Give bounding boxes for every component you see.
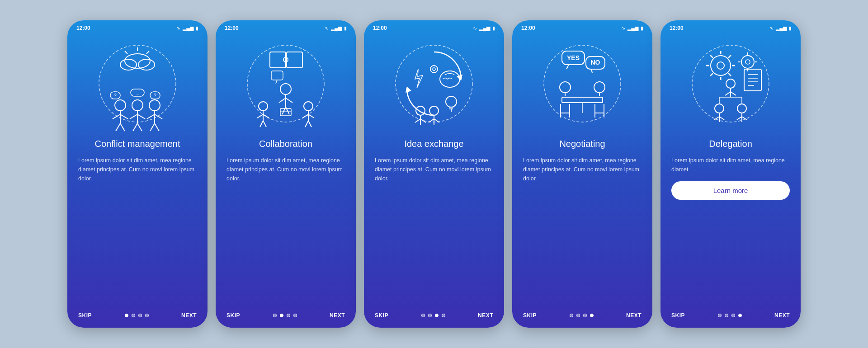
screen-desc-3: Lorem ipsum dolor sit dim amet, mea regi… [375,156,493,183]
screen-idea-exchange: 12:00 ∿ ▂▄▆ ▮ [364,20,504,328]
skip-btn-5[interactable]: SKIP [671,312,685,319]
skip-btn-1[interactable]: SKIP [78,312,92,319]
svg-rect-112 [744,69,761,91]
dots-2 [273,314,297,317]
svg-point-107 [745,60,750,64]
dot-1-2 [138,314,142,317]
dot-4-0 [570,314,573,317]
screen-delegation: 12:00 ∿ ▂▄▆ ▮ [660,20,801,328]
svg-line-55 [305,121,308,127]
svg-line-23 [150,123,155,131]
screen-title-5: Delegation [671,138,790,150]
svg-marker-60 [415,69,423,88]
svg-line-6 [125,51,127,54]
status-time-3: 12:00 [373,25,387,31]
screen-title-2: Collaboration [226,138,345,150]
svg-point-68 [416,106,425,115]
wifi-icon-5: ∿ [769,25,774,31]
skip-btn-4[interactable]: SKIP [523,312,537,319]
svg-line-39 [279,98,286,103]
dot-1-3 [145,314,149,317]
signal-icon-2: ▂▄▆ [331,25,342,31]
dot-5-0 [718,314,722,317]
skip-btn-2[interactable]: SKIP [226,312,240,319]
screen-negotiating: 12:00 ∿ ▂▄▆ ▮ YES NO [512,20,652,328]
svg-line-5 [146,51,149,54]
svg-line-18 [137,123,142,131]
svg-point-19 [149,100,160,111]
dot-3-2 [435,314,439,317]
screen-content-4: Negotiating Lorem ipsum dolor sit dim am… [512,138,652,306]
screen-desc-5: Lorem ipsum dolor sit dim amet, mea regi… [671,156,790,174]
screen-desc-1: Lorem ipsum dolor sit dim amet, mea regi… [78,156,197,183]
dots-3 [421,314,445,317]
next-btn-4[interactable]: NEXT [626,312,642,319]
screen-content-2: Collaboration Lorem ipsum dolor sit dim … [216,138,356,306]
dot-5-2 [731,314,735,317]
svg-line-12 [120,123,125,131]
dots-5 [718,314,742,317]
signal-icon: ▂▄▆ [183,25,193,31]
dot-5-1 [725,314,728,317]
status-bar-2: 12:00 ∿ ▂▄▆ ▮ [216,20,356,34]
svg-point-37 [280,84,291,94]
svg-text:?: ? [114,93,117,98]
dot-2-3 [293,314,297,317]
svg-point-51 [304,102,313,111]
svg-line-15 [130,114,137,119]
battery-icon-4: ▮ [641,25,643,31]
battery-icon: ▮ [196,25,198,31]
dot-1-0 [125,314,128,317]
dot-4-1 [576,314,580,317]
status-time-2: 12:00 [225,25,239,31]
dot-4-2 [583,314,587,317]
svg-point-66 [430,66,438,73]
next-btn-2[interactable]: NEXT [330,312,345,319]
status-bar-4: 12:00 ∿ ▂▄▆ ▮ [512,20,652,34]
signal-icon-3: ▂▄▆ [479,25,490,31]
dot-3-1 [428,314,432,317]
skip-btn-3[interactable]: SKIP [375,312,388,319]
svg-point-97 [717,62,724,69]
bottom-nav-4: SKIP NEXT [512,306,652,328]
svg-point-62 [446,96,457,107]
status-time-5: 12:00 [670,25,684,31]
screen-title-4: Negotiating [523,138,642,150]
svg-line-104 [728,55,731,58]
next-btn-1[interactable]: NEXT [181,312,197,319]
svg-line-49 [260,121,263,127]
bottom-nav-5: SKIP NEXT [660,306,801,328]
screens-container: 12:00 ∿ ▂▄▆ ▮ [67,20,801,328]
status-time-4: 12:00 [521,25,535,31]
svg-line-21 [147,114,155,119]
signal-icon-4: ▂▄▆ [627,25,638,31]
svg-rect-83 [562,97,603,103]
screen-title-3: Idea exchange [375,138,493,150]
svg-rect-35 [271,71,283,80]
dots-1 [125,314,149,317]
svg-rect-43 [280,108,291,116]
next-btn-3[interactable]: NEXT [478,312,493,319]
svg-line-36 [276,80,277,84]
dot-3-3 [442,314,445,317]
svg-text:NO: NO [591,59,600,66]
screen-collaboration: 12:00 ∿ ▂▄▆ ▮ [216,20,356,328]
battery-icon-3: ▮ [492,25,495,31]
svg-line-16 [137,114,145,119]
svg-point-3 [138,59,155,70]
dots-4 [570,314,594,317]
status-icons-1: ∿ ▂▄▆ ▮ [176,25,198,31]
svg-point-117 [726,79,735,88]
svg-line-11 [116,123,120,131]
idea-illustration [384,38,484,138]
battery-icon-2: ▮ [344,25,347,31]
wifi-icon-4: ∿ [621,25,625,31]
svg-line-17 [133,123,137,131]
signal-icon-5: ▂▄▆ [776,25,787,31]
svg-line-70 [415,119,420,122]
svg-line-40 [286,98,292,103]
svg-rect-33 [287,52,302,68]
next-btn-5[interactable]: NEXT [774,312,790,319]
bottom-nav-3: SKIP NEXT [364,306,504,328]
learn-more-button[interactable]: Learn more [671,181,790,200]
